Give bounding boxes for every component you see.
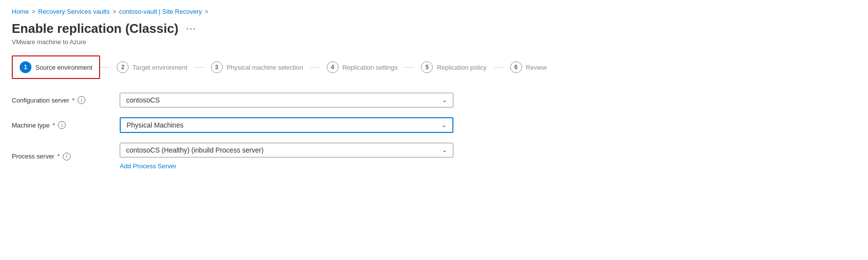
page-title-row: Enable replication (Classic) ··· <box>12 21 856 36</box>
config-server-chevron-icon: ⌄ <box>442 97 447 104</box>
breadcrumb-contoso-vault[interactable]: contoso-vault | Site Recovery <box>119 8 202 15</box>
process-server-value: contosoCS (Healthy) (inbuild Process ser… <box>126 146 263 154</box>
machine-type-chevron-icon: ⌄ <box>442 122 447 129</box>
step-circle-3: 3 <box>211 61 223 73</box>
process-server-info-icon[interactable]: i <box>63 153 71 160</box>
step-label-2: Target environment <box>132 64 187 71</box>
step-label-3: Physical machine selection <box>227 64 303 71</box>
step-label-4: Replication settings <box>342 64 398 71</box>
breadcrumb-recovery-vaults[interactable]: Recovery Services vaults <box>38 8 110 15</box>
process-server-label: Process server <box>12 153 54 160</box>
step-circle-1: 1 <box>20 61 31 73</box>
process-server-row: Process server * i contosoCS (Healthy) (… <box>12 143 453 170</box>
wizard-step-3[interactable]: 3 Physical machine selection <box>204 56 310 78</box>
wizard-step-5[interactable]: 5 Replication policy <box>414 56 493 78</box>
step-connector-1-2 <box>100 67 110 68</box>
machine-type-info-icon[interactable]: i <box>58 121 66 129</box>
wizard-step-6[interactable]: 6 Review <box>503 56 554 78</box>
wizard-step-1[interactable]: 1 Source environment <box>12 55 100 79</box>
wizard-steps: 1 Source environment 2 Target environmen… <box>12 55 856 79</box>
config-server-value: contosoCS <box>126 96 159 104</box>
form-section: Configuration server * i contosoCS ⌄ Mac… <box>12 93 453 170</box>
more-options-button[interactable]: ··· <box>184 23 200 35</box>
step-circle-6: 6 <box>510 61 522 73</box>
step-connector-5-6 <box>494 67 503 68</box>
process-server-dropdown-container: contosoCS (Healthy) (inbuild Process ser… <box>120 143 453 170</box>
machine-type-label-container: Machine type * i <box>12 121 110 129</box>
config-server-required: * <box>72 97 75 104</box>
machine-type-required: * <box>53 122 55 129</box>
page-container: Home > Recovery Services vaults > contos… <box>0 0 868 182</box>
process-server-label-container: Process server * i <box>12 153 110 160</box>
machine-type-row: Machine type * i Physical Machines ⌄ <box>12 117 453 133</box>
process-server-required: * <box>57 153 60 160</box>
breadcrumb: Home > Recovery Services vaults > contos… <box>12 8 856 15</box>
machine-type-value: Physical Machines <box>127 121 184 129</box>
step-connector-3-4 <box>310 67 320 68</box>
config-server-label: Configuration server <box>12 97 69 104</box>
add-process-server-link[interactable]: Add Process Server <box>120 162 453 170</box>
breadcrumb-home[interactable]: Home <box>12 8 29 15</box>
config-server-label-container: Configuration server * i <box>12 96 110 104</box>
machine-type-label: Machine type <box>12 122 50 129</box>
config-server-dropdown-container: contosoCS ⌄ <box>120 93 453 107</box>
page-title: Enable replication (Classic) <box>12 21 179 36</box>
step-circle-5: 5 <box>421 61 433 73</box>
page-subtitle: VMware machine to Azure <box>12 38 856 46</box>
wizard-step-4[interactable]: 4 Replication settings <box>320 56 405 78</box>
process-server-dropdown[interactable]: contosoCS (Healthy) (inbuild Process ser… <box>120 143 453 157</box>
step-label-1: Source environment <box>35 64 92 71</box>
wizard-step-2[interactable]: 2 Target environment <box>110 56 194 78</box>
step-label-6: Review <box>526 64 547 71</box>
process-server-group: contosoCS (Healthy) (inbuild Process ser… <box>120 143 453 170</box>
breadcrumb-sep-2: > <box>113 8 116 15</box>
process-server-chevron-icon: ⌄ <box>442 147 447 154</box>
machine-type-dropdown[interactable]: Physical Machines ⌄ <box>120 117 453 133</box>
machine-type-dropdown-container: Physical Machines ⌄ <box>120 117 453 133</box>
step-circle-4: 4 <box>327 61 339 73</box>
breadcrumb-sep-3: > <box>205 8 209 15</box>
step-circle-2: 2 <box>117 61 129 73</box>
config-server-info-icon[interactable]: i <box>78 96 85 104</box>
step-connector-4-5 <box>404 67 414 68</box>
step-label-5: Replication policy <box>437 64 486 71</box>
breadcrumb-sep-1: > <box>32 8 35 15</box>
config-server-dropdown[interactable]: contosoCS ⌄ <box>120 93 453 107</box>
configuration-server-row: Configuration server * i contosoCS ⌄ <box>12 93 453 107</box>
step-connector-2-3 <box>194 67 204 68</box>
